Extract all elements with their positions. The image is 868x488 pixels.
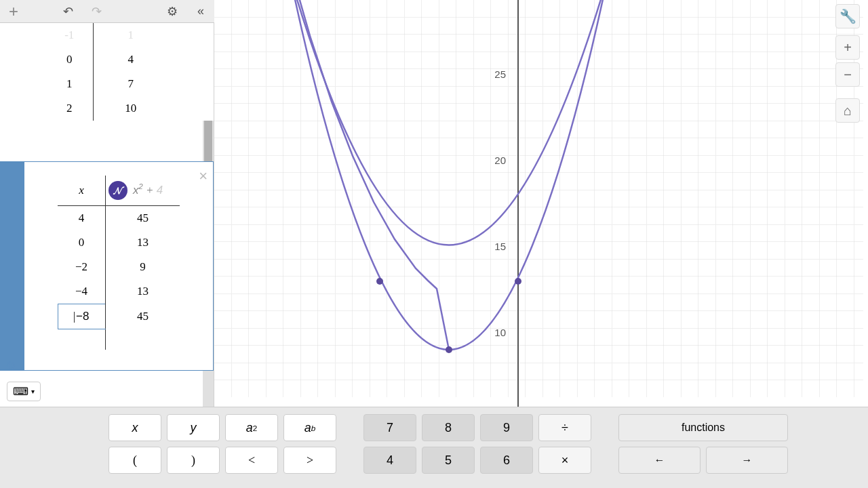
key-x[interactable]: x [108, 414, 161, 441]
key-5[interactable]: 5 [422, 447, 475, 474]
collapse-sidebar-button[interactable]: « [193, 3, 209, 20]
table-header-row: x 𝓝 x2 + 4 [58, 176, 180, 206]
key-9[interactable]: 9 [480, 414, 533, 441]
active-cell-input[interactable]: −8 [58, 304, 105, 329]
home-button[interactable]: ⌂ [835, 98, 860, 123]
expression-toolbar: + ↶ ↷ ⚙ « [0, 0, 214, 23]
table-row[interactable]: 2 10 [46, 96, 168, 121]
y-tick-label: 20 [494, 155, 506, 166]
table-row[interactable]: −2 9 [58, 255, 180, 279]
key-lparen[interactable]: ( [108, 447, 161, 474]
zoom-fit-button[interactable]: ⊕ [5, 358, 16, 373]
caret-down-icon: ▾ [31, 388, 35, 395]
undo-button[interactable]: ↶ [60, 3, 76, 20]
table-row[interactable]: 1 7 [46, 72, 168, 96]
svg-rect-1 [214, 0, 863, 397]
key-power[interactable]: ab [283, 414, 336, 441]
zoom-out-button[interactable]: − [835, 62, 860, 87]
on-screen-keyboard: x y a2 ab ( ) < > 7 8 9 ÷ 4 5 6 × functi… [0, 407, 868, 488]
key-y[interactable]: y [167, 414, 220, 441]
table-row-empty[interactable] [58, 329, 180, 350]
table-row[interactable]: -1 1 [46, 23, 168, 47]
delete-expression-button[interactable]: × [199, 167, 208, 185]
column-header-x[interactable]: x [58, 176, 105, 206]
key-functions[interactable]: functions [618, 414, 788, 441]
data-point[interactable] [376, 278, 383, 285]
y-tick-label: 15 [494, 241, 506, 252]
key-6[interactable]: 6 [480, 447, 533, 474]
plot-toggle-icon[interactable]: 𝓝 [108, 181, 127, 200]
table-row[interactable]: −4 13 [58, 279, 180, 304]
keyboard-functions-section: functions ← → [618, 414, 788, 488]
key-divide[interactable]: ÷ [538, 414, 591, 441]
data-point[interactable] [446, 346, 452, 353]
redo-button[interactable]: ↷ [88, 3, 104, 20]
table-row[interactable]: 0 13 [58, 230, 180, 255]
key-lt[interactable]: < [225, 447, 278, 474]
add-expression-button[interactable]: + [5, 3, 22, 20]
table-expression-2[interactable]: × x 𝓝 x2 + 4 4 45 0 13 [0, 161, 214, 371]
table-row[interactable]: 0 4 [46, 47, 168, 72]
data-point[interactable] [515, 278, 521, 285]
key-multiply[interactable]: × [538, 447, 591, 474]
y-tick-label: 10 [494, 327, 506, 338]
zoom-in-button[interactable]: + [835, 35, 860, 60]
table-expression-1[interactable]: -1 1 0 4 1 7 2 10 [0, 23, 214, 121]
keyboard-toggle-button[interactable]: ⌨ ▾ [7, 382, 41, 401]
table-row[interactable]: 4 45 [58, 206, 180, 231]
graph-canvas[interactable]: 25 20 15 10 🔧 + − ⌂ [214, 0, 868, 407]
keyboard-variables-section: x y a2 ab ( ) < > [108, 414, 336, 488]
table-row[interactable]: −8 45 [58, 304, 180, 329]
key-7[interactable]: 7 [363, 414, 416, 441]
key-squared[interactable]: a2 [225, 414, 278, 441]
keyboard-icon: ⌨ [13, 385, 28, 398]
key-arrow-left[interactable]: ← [618, 447, 701, 474]
y-tick-label: 25 [494, 68, 506, 80]
key-8[interactable]: 8 [422, 414, 475, 441]
keyboard-numpad-section: 7 8 9 ÷ 4 5 6 × [363, 414, 591, 488]
expression-drag-handle[interactable] [0, 162, 24, 370]
key-gt[interactable]: > [283, 447, 336, 474]
key-arrow-right[interactable]: → [706, 447, 788, 474]
column-header-y[interactable]: 𝓝 x2 + 4 [105, 176, 180, 206]
key-4[interactable]: 4 [363, 447, 416, 474]
expression-list: -1 1 0 4 1 7 2 10 × [0, 23, 214, 407]
settings-button[interactable]: ⚙ [164, 3, 180, 20]
graph-svg: 25 20 15 10 [214, 0, 868, 407]
key-rparen[interactable]: ) [167, 447, 220, 474]
graph-settings-button[interactable]: 🔧 [835, 4, 860, 28]
